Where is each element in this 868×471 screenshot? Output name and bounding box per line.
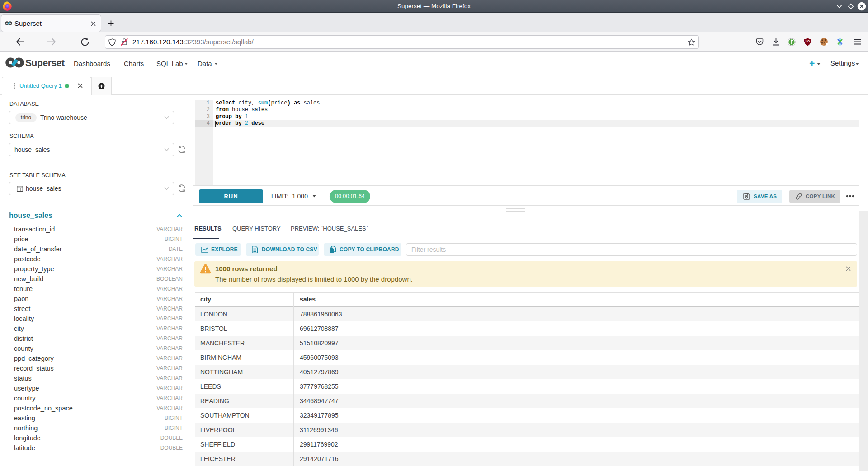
svg-text:UO: UO (806, 40, 810, 43)
